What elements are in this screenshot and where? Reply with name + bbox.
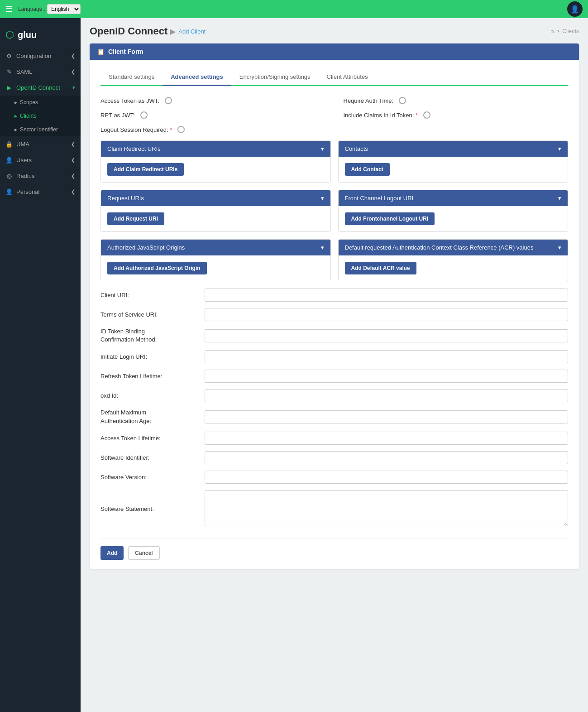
rpt-jwt-label: RPT as JWT: bbox=[100, 112, 135, 119]
form-actions: Add Cancel bbox=[100, 539, 568, 560]
card-header: 📋 Client Form bbox=[90, 43, 579, 60]
sidebar-item-label: OpenID Connect bbox=[16, 84, 60, 91]
logout-session-label: Logout Session Required: * bbox=[100, 126, 172, 133]
access-token-lifetime-label: Access Token Lifetime: bbox=[100, 435, 205, 442]
form-section-oxd-id: oxd Id: bbox=[100, 389, 568, 402]
software-statement-textarea[interactable] bbox=[205, 490, 568, 526]
initiate-login-uri-input-wrap bbox=[205, 350, 568, 363]
add-frontchannel-logout-button[interactable]: Add Frontchannel Logout URI bbox=[345, 212, 435, 225]
terms-uri-label: Terms of Service URI: bbox=[100, 311, 205, 318]
card-body: Standard settings Advanced settings Encr… bbox=[90, 60, 579, 569]
collapsible-header-request-uris[interactable]: Request URIs ▾ bbox=[101, 190, 330, 206]
collapsible-header-front-channel-logout[interactable]: Front Channel Logout URI ▾ bbox=[339, 190, 568, 206]
tab-standard-settings[interactable]: Standard settings bbox=[100, 69, 163, 86]
software-identifier-input[interactable] bbox=[205, 451, 568, 464]
sidebar-item-sector-identifier[interactable]: ▶ Sector Identifier bbox=[0, 123, 81, 136]
card-header-icon: 📋 bbox=[97, 48, 105, 55]
top-bar: ☰ Language : English French Spanish 👤 bbox=[0, 0, 588, 18]
field-access-token-jwt: Access Token as JWT: bbox=[100, 97, 325, 104]
uma-icon: 🔒 bbox=[5, 141, 13, 148]
sidebar-item-configuration[interactable]: ⚙ Configuration ❮ bbox=[0, 48, 81, 64]
sidebar-item-clients[interactable]: ▶ Clients bbox=[0, 109, 81, 123]
terms-uri-input[interactable] bbox=[205, 308, 568, 321]
chevron-down-icon: ▾ bbox=[558, 195, 561, 202]
sidebar-item-radius[interactable]: ◎ Radius ❮ bbox=[0, 168, 81, 184]
oxd-id-label: oxd Id: bbox=[100, 392, 205, 399]
access-token-lifetime-input[interactable] bbox=[205, 432, 568, 445]
user-avatar[interactable]: 👤 bbox=[567, 1, 583, 17]
collapsible-acr-values: Default requested Authentication Context… bbox=[338, 239, 569, 281]
software-version-input-wrap bbox=[205, 471, 568, 484]
logout-session-radio[interactable] bbox=[177, 126, 185, 133]
client-uri-input[interactable] bbox=[205, 289, 568, 302]
chevron-icon: ❮ bbox=[71, 53, 75, 59]
collapsible-header-claim-redirect-uris[interactable]: Claim Redirect URIs ▾ bbox=[101, 141, 330, 157]
app-layout: ⬡ gluu ⚙ Configuration ❮ ✎ SAML ❮ ▶ Open… bbox=[0, 18, 588, 712]
chevron-down-icon: ▾ bbox=[558, 244, 561, 251]
form-section-initiate-login-uri: Initiate Login URI: bbox=[100, 350, 568, 363]
sidebar-item-label: UMA bbox=[16, 141, 29, 148]
personal-icon: 👤 bbox=[5, 188, 13, 195]
form-section-software-version: Software Version: bbox=[100, 471, 568, 484]
add-authorized-js-origin-button[interactable]: Add Authorized JavaScript Origin bbox=[107, 262, 207, 274]
collapsible-contacts: Contacts ▾ Add Contact bbox=[338, 140, 569, 183]
chevron-icon: ❮ bbox=[71, 69, 75, 75]
oxd-id-input[interactable] bbox=[205, 389, 568, 402]
configuration-icon: ⚙ bbox=[5, 53, 13, 59]
collapsible-body-authorized-js-origins: Add Authorized JavaScript Origin bbox=[101, 255, 330, 281]
required-marker: * bbox=[416, 112, 418, 119]
sidebar-item-label: Personal bbox=[16, 188, 39, 195]
refresh-token-lifetime-input[interactable] bbox=[205, 370, 568, 383]
refresh-token-lifetime-label: Refresh Token Lifetime: bbox=[100, 373, 205, 380]
add-contact-button[interactable]: Add Contact bbox=[345, 163, 390, 176]
sidebar-submenu-openid: ▶ Scopes ▶ Clients ▶ Sector Identifier bbox=[0, 96, 81, 136]
home-icon[interactable]: ⌂ bbox=[550, 28, 554, 34]
add-button[interactable]: Add bbox=[100, 546, 124, 560]
access-token-jwt-radio[interactable] bbox=[165, 97, 172, 104]
form-row-rpt: RPT as JWT: Include Claims In Id Token: … bbox=[100, 111, 568, 119]
language-label: Language : bbox=[18, 6, 45, 12]
form-section-client-uri: Client URI: bbox=[100, 289, 568, 302]
collapsible-label: Authorized JavaScript Origins bbox=[107, 244, 185, 251]
breadcrumb-separator: ▶ bbox=[170, 27, 176, 36]
sidebar-item-scopes[interactable]: ▶ Scopes bbox=[0, 96, 81, 109]
sidebar-item-label: SAML bbox=[16, 68, 32, 75]
include-claims-radio[interactable] bbox=[423, 111, 430, 119]
terms-uri-input-wrap bbox=[205, 308, 568, 321]
bullet-icon: ▶ bbox=[14, 114, 17, 118]
require-auth-time-label: Require Auth Time: bbox=[344, 97, 394, 104]
add-request-uri-button[interactable]: Add Request URI bbox=[107, 212, 164, 225]
sidebar-sub-label: Scopes bbox=[20, 99, 38, 106]
require-auth-time-radio[interactable] bbox=[399, 97, 406, 104]
collapsible-header-contacts[interactable]: Contacts ▾ bbox=[339, 141, 568, 157]
form-section-id-token-binding: ID Token BindingConfirmation Method: bbox=[100, 327, 568, 344]
tab-encryption-signing[interactable]: Encryption/Signing settings bbox=[231, 69, 319, 86]
form-section-access-token-lifetime: Access Token Lifetime: bbox=[100, 432, 568, 445]
collapsible-grid-1: Claim Redirect URIs ▾ Add Claim Redirect… bbox=[100, 140, 568, 183]
cancel-button[interactable]: Cancel bbox=[128, 546, 159, 560]
language-selector: Language : English French Spanish bbox=[18, 4, 81, 14]
sidebar-item-users[interactable]: 👤 Users ❮ bbox=[0, 152, 81, 168]
initiate-login-uri-input[interactable] bbox=[205, 350, 568, 363]
add-claim-redirect-uris-button[interactable]: Add Claim Redirect URIs bbox=[107, 163, 184, 176]
client-uri-input-wrap bbox=[205, 289, 568, 302]
add-default-acr-value-button[interactable]: Add Default ACR value bbox=[345, 262, 416, 274]
collapsible-header-authorized-js-origins[interactable]: Authorized JavaScript Origins ▾ bbox=[101, 240, 330, 255]
collapsible-header-acr-values[interactable]: Default requested Authentication Context… bbox=[339, 240, 568, 255]
default-max-auth-age-input-wrap bbox=[205, 410, 568, 423]
sidebar-sub-label: Clients bbox=[20, 113, 37, 119]
sidebar-item-openid-connect[interactable]: ▶ OpenID Connect ▾ bbox=[0, 80, 81, 96]
sidebar-item-saml[interactable]: ✎ SAML ❮ bbox=[0, 64, 81, 80]
default-max-auth-age-input[interactable] bbox=[205, 410, 568, 423]
tab-advanced-settings[interactable]: Advanced settings bbox=[163, 69, 231, 86]
chevron-icon: ▾ bbox=[72, 85, 75, 91]
hamburger-menu[interactable]: ☰ bbox=[5, 4, 13, 14]
language-select[interactable]: English French Spanish bbox=[47, 4, 81, 14]
tab-client-attributes[interactable]: Client Attributes bbox=[319, 69, 376, 86]
software-version-input[interactable] bbox=[205, 471, 568, 484]
rpt-jwt-radio[interactable] bbox=[140, 111, 148, 119]
sidebar-item-uma[interactable]: 🔒 UMA ❮ bbox=[0, 136, 81, 152]
id-token-binding-input[interactable] bbox=[205, 329, 568, 342]
sidebar-item-personal[interactable]: 👤 Personal ❮ bbox=[0, 184, 81, 200]
breadcrumb-clients-link[interactable]: Clients bbox=[562, 28, 579, 34]
